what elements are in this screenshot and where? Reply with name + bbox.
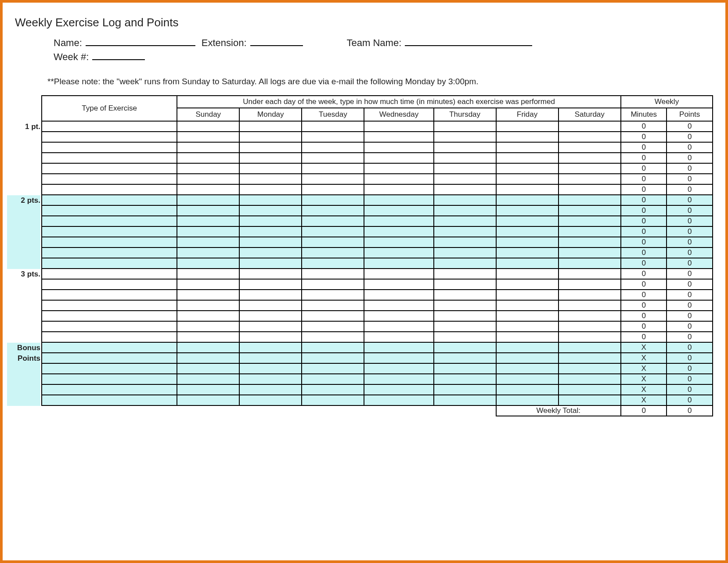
minutes-cell[interactable]: [364, 384, 433, 395]
exercise-type-cell[interactable]: [42, 384, 177, 395]
minutes-cell[interactable]: [177, 374, 239, 384]
minutes-cell[interactable]: [177, 269, 239, 279]
minutes-cell[interactable]: [496, 153, 559, 163]
minutes-cell[interactable]: [434, 321, 496, 332]
exercise-type-cell[interactable]: [42, 353, 177, 363]
minutes-cell[interactable]: [434, 205, 496, 216]
minutes-cell[interactable]: [496, 216, 559, 226]
minutes-cell[interactable]: [559, 195, 621, 205]
exercise-type-cell[interactable]: [42, 290, 177, 300]
minutes-cell[interactable]: [239, 184, 302, 195]
minutes-cell[interactable]: [302, 142, 364, 153]
minutes-cell[interactable]: [364, 332, 433, 342]
minutes-cell[interactable]: [302, 311, 364, 321]
minutes-cell[interactable]: [177, 258, 239, 269]
week-input-line[interactable]: [92, 50, 145, 60]
minutes-cell[interactable]: [239, 258, 302, 269]
minutes-cell[interactable]: [434, 216, 496, 226]
minutes-cell[interactable]: [364, 195, 433, 205]
exercise-type-cell[interactable]: [42, 226, 177, 237]
minutes-cell[interactable]: [496, 353, 559, 363]
minutes-cell[interactable]: [496, 332, 559, 342]
exercise-type-cell[interactable]: [42, 363, 177, 374]
exercise-type-cell[interactable]: [42, 121, 177, 132]
minutes-cell[interactable]: [496, 184, 559, 195]
minutes-cell[interactable]: [434, 226, 496, 237]
minutes-cell[interactable]: [239, 195, 302, 205]
minutes-cell[interactable]: [302, 174, 364, 184]
minutes-cell[interactable]: [434, 142, 496, 153]
minutes-cell[interactable]: [239, 342, 302, 353]
minutes-cell[interactable]: [559, 142, 621, 153]
minutes-cell[interactable]: [302, 195, 364, 205]
minutes-cell[interactable]: [434, 353, 496, 363]
minutes-cell[interactable]: [364, 247, 433, 258]
minutes-cell[interactable]: [177, 353, 239, 363]
minutes-cell[interactable]: [239, 279, 302, 290]
minutes-cell[interactable]: [364, 132, 433, 142]
minutes-cell[interactable]: [434, 195, 496, 205]
minutes-cell[interactable]: [239, 290, 302, 300]
minutes-cell[interactable]: [496, 205, 559, 216]
minutes-cell[interactable]: [302, 300, 364, 311]
extension-input-line[interactable]: [250, 36, 303, 46]
minutes-cell[interactable]: [364, 321, 433, 332]
minutes-cell[interactable]: [302, 216, 364, 226]
exercise-type-cell[interactable]: [42, 174, 177, 184]
minutes-cell[interactable]: [177, 184, 239, 195]
minutes-cell[interactable]: [559, 205, 621, 216]
exercise-type-cell[interactable]: [42, 332, 177, 342]
minutes-cell[interactable]: [302, 132, 364, 142]
exercise-type-cell[interactable]: [42, 142, 177, 153]
minutes-cell[interactable]: [177, 163, 239, 174]
minutes-cell[interactable]: [434, 269, 496, 279]
minutes-cell[interactable]: [239, 395, 302, 405]
minutes-cell[interactable]: [434, 363, 496, 374]
minutes-cell[interactable]: [239, 247, 302, 258]
minutes-cell[interactable]: [496, 121, 559, 132]
minutes-cell[interactable]: [496, 195, 559, 205]
minutes-cell[interactable]: [239, 363, 302, 374]
minutes-cell[interactable]: [177, 363, 239, 374]
minutes-cell[interactable]: [177, 216, 239, 226]
minutes-cell[interactable]: [559, 353, 621, 363]
exercise-type-cell[interactable]: [42, 279, 177, 290]
minutes-cell[interactable]: [177, 247, 239, 258]
minutes-cell[interactable]: [434, 384, 496, 395]
minutes-cell[interactable]: [496, 290, 559, 300]
minutes-cell[interactable]: [364, 374, 433, 384]
minutes-cell[interactable]: [364, 184, 433, 195]
minutes-cell[interactable]: [559, 321, 621, 332]
minutes-cell[interactable]: [302, 353, 364, 363]
minutes-cell[interactable]: [496, 300, 559, 311]
minutes-cell[interactable]: [364, 353, 433, 363]
minutes-cell[interactable]: [496, 279, 559, 290]
minutes-cell[interactable]: [177, 142, 239, 153]
exercise-type-cell[interactable]: [42, 269, 177, 279]
minutes-cell[interactable]: [239, 163, 302, 174]
minutes-cell[interactable]: [559, 395, 621, 405]
minutes-cell[interactable]: [559, 226, 621, 237]
exercise-type-cell[interactable]: [42, 321, 177, 332]
minutes-cell[interactable]: [239, 205, 302, 216]
exercise-type-cell[interactable]: [42, 342, 177, 353]
minutes-cell[interactable]: [496, 237, 559, 247]
minutes-cell[interactable]: [302, 321, 364, 332]
minutes-cell[interactable]: [302, 374, 364, 384]
minutes-cell[interactable]: [364, 300, 433, 311]
minutes-cell[interactable]: [239, 237, 302, 247]
minutes-cell[interactable]: [239, 269, 302, 279]
minutes-cell[interactable]: [496, 163, 559, 174]
minutes-cell[interactable]: [177, 342, 239, 353]
minutes-cell[interactable]: [559, 269, 621, 279]
minutes-cell[interactable]: [302, 395, 364, 405]
minutes-cell[interactable]: [177, 395, 239, 405]
minutes-cell[interactable]: [239, 321, 302, 332]
minutes-cell[interactable]: [177, 321, 239, 332]
minutes-cell[interactable]: [434, 132, 496, 142]
minutes-cell[interactable]: [239, 132, 302, 142]
minutes-cell[interactable]: [364, 174, 433, 184]
exercise-type-cell[interactable]: [42, 311, 177, 321]
minutes-cell[interactable]: [559, 184, 621, 195]
minutes-cell[interactable]: [434, 300, 496, 311]
